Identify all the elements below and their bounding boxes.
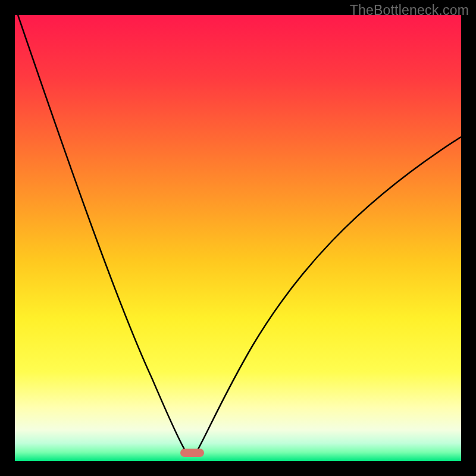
bottleneck-chart: [15, 15, 461, 461]
watermark-text: TheBottleneck.com: [350, 2, 469, 18]
min-marker: [180, 449, 204, 457]
gradient-background: [15, 15, 461, 461]
chart-svg: [15, 15, 461, 461]
